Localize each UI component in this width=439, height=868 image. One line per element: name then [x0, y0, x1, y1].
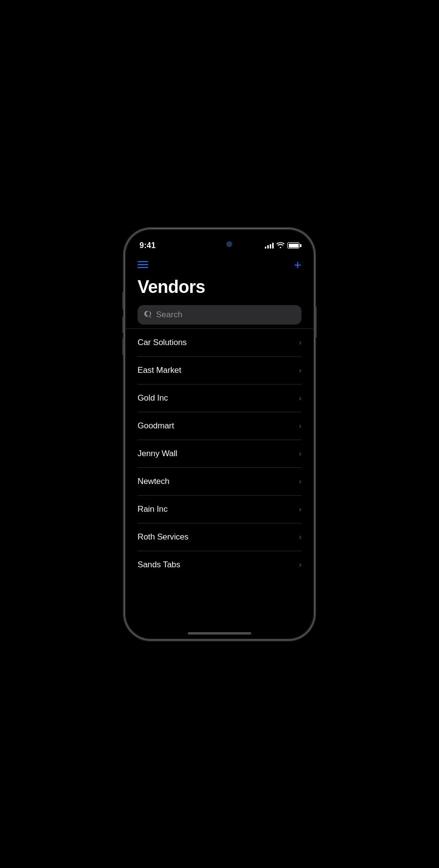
island-camera: [226, 241, 232, 247]
vendor-name: Goodmart: [138, 421, 174, 431]
page-title: Vendors: [138, 277, 301, 297]
vendor-list-item[interactable]: Roth Services ›: [138, 523, 301, 551]
search-container: [138, 305, 301, 325]
vendor-name: Gold Inc: [138, 393, 168, 403]
vendor-name: Car Solutions: [138, 338, 187, 347]
wifi-icon: [277, 242, 284, 250]
vendor-name: Roth Services: [138, 532, 189, 542]
chevron-right-icon: ›: [299, 505, 301, 514]
chevron-right-icon: ›: [299, 560, 301, 569]
chevron-right-icon: ›: [299, 366, 301, 375]
vendor-name: Newtech: [138, 477, 169, 486]
battery-icon: [287, 242, 299, 249]
phone-frame: 9:41: [124, 229, 315, 640]
vendor-list-item[interactable]: Newtech ›: [138, 468, 301, 496]
vendor-name: Jenny Wall: [138, 449, 178, 459]
vendor-name: Sands Tabs: [138, 560, 180, 570]
vendor-list-item[interactable]: Rain Inc ›: [138, 496, 301, 523]
app-content: + Vendors Car Solutions › East Market › …: [126, 254, 313, 579]
phone-screen: 9:41: [126, 230, 313, 638]
search-icon: [144, 311, 152, 319]
signal-icon: [265, 243, 274, 249]
chevron-right-icon: ›: [299, 338, 301, 347]
vendor-list-item[interactable]: Jenny Wall ›: [138, 440, 301, 468]
nav-bar: +: [138, 254, 301, 277]
vendor-list-item[interactable]: Car Solutions ›: [138, 329, 301, 357]
chevron-right-icon: ›: [299, 533, 301, 541]
chevron-right-icon: ›: [299, 422, 301, 430]
status-time: 9:41: [140, 241, 156, 250]
add-vendor-button[interactable]: +: [294, 258, 301, 271]
vendor-list-item[interactable]: Sands Tabs ›: [138, 551, 301, 579]
dynamic-island: [190, 236, 249, 252]
vendor-list-item[interactable]: Goodmart ›: [138, 412, 301, 440]
home-indicator: [188, 632, 251, 635]
chevron-right-icon: ›: [299, 394, 301, 403]
status-icons: [265, 242, 299, 250]
menu-button[interactable]: [138, 261, 148, 268]
chevron-right-icon: ›: [299, 477, 301, 486]
vendor-name: Rain Inc: [138, 504, 168, 514]
chevron-right-icon: ›: [299, 449, 301, 458]
search-input[interactable]: [156, 310, 295, 320]
vendor-list: Car Solutions › East Market › Gold Inc ›…: [138, 329, 301, 579]
vendor-list-item[interactable]: Gold Inc ›: [138, 385, 301, 412]
vendor-list-item[interactable]: East Market ›: [138, 357, 301, 385]
vendor-name: East Market: [138, 366, 181, 375]
